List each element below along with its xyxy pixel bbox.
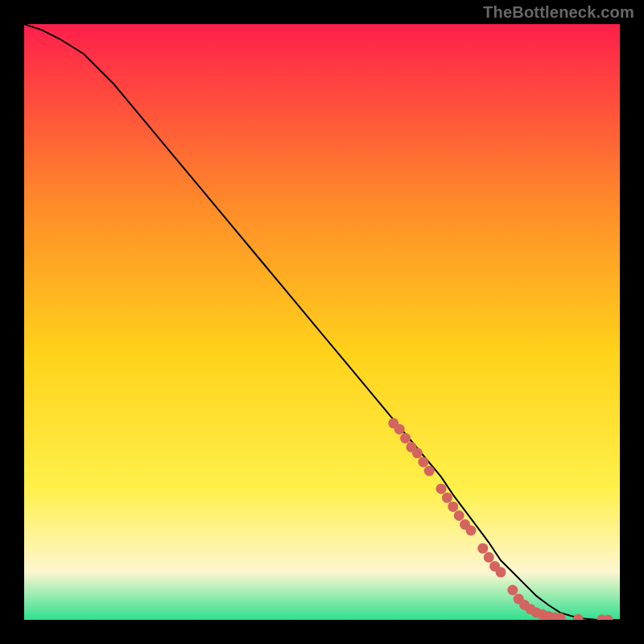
plot-svg bbox=[24, 24, 620, 620]
plot-area bbox=[24, 24, 620, 620]
data-marker bbox=[442, 493, 452, 503]
chart-stage: TheBottleneck.com bbox=[0, 0, 644, 644]
data-marker bbox=[412, 448, 423, 458]
data-marker bbox=[477, 543, 488, 554]
data-marker bbox=[424, 466, 435, 477]
data-marker bbox=[507, 585, 518, 596]
data-marker bbox=[454, 510, 464, 521]
data-marker bbox=[448, 502, 458, 512]
data-marker bbox=[436, 484, 447, 494]
data-marker bbox=[496, 567, 506, 577]
data-marker bbox=[394, 424, 405, 435]
data-marker bbox=[400, 433, 411, 444]
data-marker bbox=[484, 552, 494, 563]
watermark-text: TheBottleneck.com bbox=[483, 3, 634, 22]
data-marker bbox=[466, 526, 477, 536]
data-marker bbox=[418, 456, 428, 467]
gradient-background bbox=[24, 24, 620, 620]
